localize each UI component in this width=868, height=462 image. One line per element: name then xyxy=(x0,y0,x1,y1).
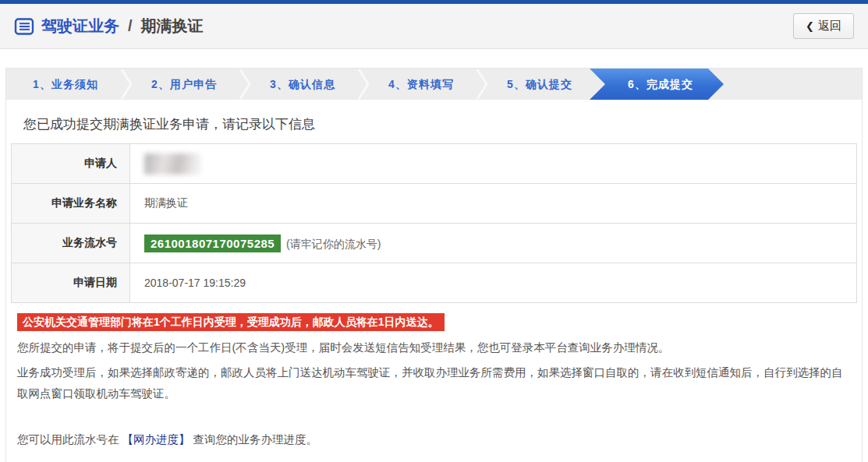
page-title-current: 期满换证 xyxy=(141,16,204,37)
applicant-value xyxy=(130,144,857,184)
processing-alert-banner: 公安机关交通管理部门将在1个工作日内受理，受理成功后，邮政人员将在1日内送达。 xyxy=(17,313,445,331)
step-3-confirm-info: 3、确认信息 xyxy=(243,69,362,100)
back-button[interactable]: ❮ 返回 xyxy=(793,13,854,39)
step-separator-icon xyxy=(475,69,489,100)
progress-query-prefix: 您可以用此流水号在 xyxy=(17,433,119,446)
serial-number-label: 业务流水号 xyxy=(12,224,130,263)
breadcrumb: 驾驶证业务 / 期满换证 xyxy=(14,16,204,37)
progress-query-line: 您可以用此流水号在 【网办进度】 查询您的业务办理进度。 xyxy=(17,432,851,447)
step-separator-icon xyxy=(356,69,370,100)
apply-date-label: 申请日期 xyxy=(12,263,130,303)
notice-paragraph-1: 您所提交的申请，将于提交后的一个工作日(不含当天)受理，届时会发送短信告知受理结… xyxy=(17,337,851,358)
back-button-label: 返回 xyxy=(818,19,841,34)
progress-query-link[interactable]: 【网办进度】 xyxy=(122,433,190,446)
chevron-left-icon: ❮ xyxy=(806,20,814,32)
breadcrumb-divider: / xyxy=(128,17,133,35)
table-row-business-name: 申请业务名称 期满换证 xyxy=(12,184,857,224)
step-separator-icon xyxy=(119,69,133,100)
table-row-serial-number: 业务流水号 261001807170075285 (请牢记你的流水号) xyxy=(12,224,857,263)
step-progress-bar: 1、业务须知 2、用户申告 3、确认信息 4、资料填写 5、确认提交 6、完成提… xyxy=(6,69,862,100)
list-icon xyxy=(14,16,34,37)
alert-wrapper: 公安机关交通管理部门将在1个工作日内受理，受理成功后，邮政人员将在1日内送达。 xyxy=(11,303,857,333)
application-info-table: 申请人 申请业务名称 期满换证 业务流水号 261001807170075285… xyxy=(11,143,857,303)
page-title-category: 驾驶证业务 xyxy=(41,16,119,37)
step-separator-icon xyxy=(238,69,252,100)
business-name-label: 申请业务名称 xyxy=(12,184,130,224)
serial-number-note: (请牢记你的流水号) xyxy=(286,238,381,250)
serial-number-value: 261001807170075285 (请牢记你的流水号) xyxy=(130,224,857,263)
serial-number-badge: 261001807170075285 xyxy=(144,235,281,252)
step-6-complete-submit: 6、完成提交 xyxy=(590,69,724,100)
page-header: 驾驶证业务 / 期满换证 ❮ 返回 xyxy=(0,4,868,49)
table-row-apply-date: 申请日期 2018-07-17 19:15:29 xyxy=(12,263,857,303)
redacted-applicant-name xyxy=(144,153,200,175)
table-row-applicant: 申请人 xyxy=(12,144,857,184)
step-2-user-declaration: 2、用户申告 xyxy=(125,69,243,100)
applicant-label: 申请人 xyxy=(12,144,130,184)
step-1-business-notice: 1、业务须知 xyxy=(6,69,125,100)
progress-query-suffix: 查询您的业务办理进度。 xyxy=(193,433,318,446)
notice-paragraph-2: 业务成功受理后，如果选择邮政寄递的，邮政人员将上门送达机动车驾驶证，并收取办理业… xyxy=(17,362,851,404)
step-5-confirm-submit: 5、确认提交 xyxy=(480,69,599,100)
main-panel: 1、业务须知 2、用户申告 3、确认信息 4、资料填写 5、确认提交 6、完成提… xyxy=(5,68,863,462)
result-content: 您已成功提交期满换证业务申请，请记录以下信息 申请人 申请业务名称 期满换证 业… xyxy=(6,115,862,462)
success-message: 您已成功提交期满换证业务申请，请记录以下信息 xyxy=(23,115,857,133)
business-name-value: 期满换证 xyxy=(130,184,857,224)
step-4-fill-materials: 4、资料填写 xyxy=(362,69,480,100)
apply-date-value: 2018-07-17 19:15:29 xyxy=(130,263,857,303)
